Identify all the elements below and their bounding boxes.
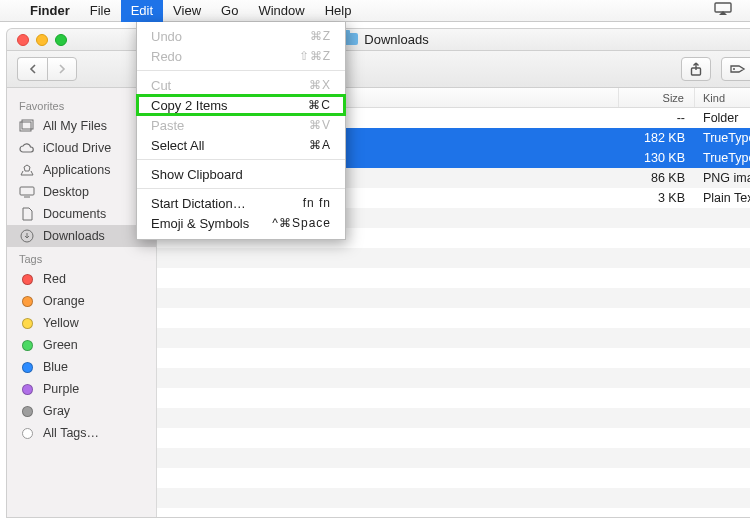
sidebar-tag-label: All Tags… xyxy=(43,426,99,440)
nav-back-button[interactable] xyxy=(17,57,47,81)
file-kind: PNG image xyxy=(695,171,750,185)
window-minimize-button[interactable] xyxy=(36,34,48,46)
sidebar-tag-label: Red xyxy=(43,272,66,286)
menu-item-shortcut: fn fn xyxy=(303,196,331,210)
menu-item-paste: Paste⌘V xyxy=(137,115,345,135)
file-kind: TrueType xyxy=(695,151,750,165)
menu-help[interactable]: Help xyxy=(315,0,362,22)
tag-color-icon xyxy=(22,340,33,351)
menu-file[interactable]: File xyxy=(80,0,121,22)
column-size[interactable]: Size xyxy=(619,88,695,107)
file-size: 182 KB xyxy=(619,131,695,145)
airplay-icon[interactable] xyxy=(704,2,742,19)
menu-item-label: Copy 2 Items xyxy=(151,98,228,113)
menu-item-redo: Redo⇧⌘Z xyxy=(137,46,345,66)
sidebar-item-label: iCloud Drive xyxy=(43,141,111,155)
apps-icon xyxy=(19,163,35,177)
tag-icon-wrap xyxy=(19,382,35,396)
menu-item-label: Start Dictation… xyxy=(151,196,246,211)
menu-item-start-dictation[interactable]: Start Dictation…fn fn xyxy=(137,193,345,213)
menu-item-undo: Undo⌘Z xyxy=(137,26,345,46)
tag-icon-wrap xyxy=(19,316,35,330)
sidebar-tag-orange[interactable]: Orange xyxy=(7,290,156,312)
desktop-icon xyxy=(19,185,35,199)
sidebar-item-applications[interactable]: Applications xyxy=(7,159,156,181)
sidebar-item-label: Desktop xyxy=(43,185,89,199)
menu-item-copy-2-items[interactable]: Copy 2 Items⌘C xyxy=(137,95,345,115)
tags-button[interactable] xyxy=(721,57,750,81)
sidebar-tag-purple[interactable]: Purple xyxy=(7,378,156,400)
sidebar-tag-green[interactable]: Green xyxy=(7,334,156,356)
sidebar: Favorites All My FilesiCloud DriveApplic… xyxy=(7,88,157,517)
toolbar xyxy=(6,50,750,88)
sidebar-item-icloud-drive[interactable]: iCloud Drive xyxy=(7,137,156,159)
svg-rect-0 xyxy=(715,3,731,12)
sidebar-tag-yellow[interactable]: Yellow xyxy=(7,312,156,334)
sidebar-tag-blue[interactable]: Blue xyxy=(7,356,156,378)
sidebar-item-desktop[interactable]: Desktop xyxy=(7,181,156,203)
menu-item-shortcut: ⌘X xyxy=(309,78,331,92)
sidebar-item-all-my-files[interactable]: All My Files xyxy=(7,115,156,137)
menu-item-label: Redo xyxy=(151,49,182,64)
titlebar: Downloads xyxy=(6,28,750,50)
file-size: 130 KB xyxy=(619,151,695,165)
menu-item-label: Select All xyxy=(151,138,204,153)
menubar-app-name[interactable]: Finder xyxy=(20,0,80,22)
menubar: Finder File Edit View Go Window Help xyxy=(0,0,750,22)
tag-color-icon xyxy=(22,318,33,329)
tag-color-icon xyxy=(22,362,33,373)
sidebar-tag-red[interactable]: Red xyxy=(7,268,156,290)
menu-view[interactable]: View xyxy=(163,0,211,22)
menu-separator xyxy=(137,70,345,71)
tag-color-icon xyxy=(22,296,33,307)
menu-item-show-clipboard[interactable]: Show Clipboard xyxy=(137,164,345,184)
menu-separator xyxy=(137,159,345,160)
sidebar-tag-label: Orange xyxy=(43,294,85,308)
share-button[interactable] xyxy=(681,57,711,81)
sidebar-tag-label: Yellow xyxy=(43,316,79,330)
window-zoom-button[interactable] xyxy=(55,34,67,46)
sidebar-tag-label: Purple xyxy=(43,382,79,396)
menu-item-emoji-symbols[interactable]: Emoji & Symbols^⌘Space xyxy=(137,213,345,233)
svg-point-2 xyxy=(733,68,735,70)
menu-item-select-all[interactable]: Select All⌘A xyxy=(137,135,345,155)
tag-color-icon xyxy=(22,406,33,417)
tag-icon-wrap xyxy=(19,426,35,440)
menu-go[interactable]: Go xyxy=(211,0,248,22)
downloads-icon xyxy=(19,229,35,243)
menu-window[interactable]: Window xyxy=(248,0,314,22)
menu-item-shortcut: ⌘C xyxy=(308,98,331,112)
tag-icon-wrap xyxy=(19,360,35,374)
menu-item-label: Cut xyxy=(151,78,171,93)
window-close-button[interactable] xyxy=(17,34,29,46)
sidebar-tag-label: Green xyxy=(43,338,78,352)
nav-forward-button[interactable] xyxy=(47,57,77,81)
documents-icon xyxy=(19,207,35,221)
file-size: -- xyxy=(619,111,695,125)
edit-menu-dropdown: Undo⌘ZRedo⇧⌘ZCut⌘XCopy 2 Items⌘CPaste⌘VS… xyxy=(136,22,346,240)
sidebar-tag-all-tags[interactable]: All Tags… xyxy=(7,422,156,444)
cloud-icon xyxy=(19,141,35,155)
column-kind[interactable]: Kind xyxy=(695,88,750,107)
menu-edit[interactable]: Edit xyxy=(121,0,163,22)
menu-item-shortcut: ^⌘Space xyxy=(272,216,331,230)
sidebar-item-label: Downloads xyxy=(43,229,105,243)
svg-rect-5 xyxy=(20,187,34,195)
tag-icon-wrap xyxy=(19,294,35,308)
menu-item-label: Undo xyxy=(151,29,182,44)
menu-item-label: Show Clipboard xyxy=(151,167,243,182)
sidebar-item-downloads[interactable]: Downloads xyxy=(7,225,156,247)
file-size: 86 KB xyxy=(619,171,695,185)
sidebar-header-favorites: Favorites xyxy=(7,94,156,115)
finder-window: Downloads Favorites All My FilesiCloud D… xyxy=(6,28,750,518)
file-kind: Folder xyxy=(695,111,750,125)
all-files-icon xyxy=(19,119,35,133)
sidebar-tag-gray[interactable]: Gray xyxy=(7,400,156,422)
menu-item-shortcut: ⇧⌘Z xyxy=(299,49,331,63)
sidebar-item-documents[interactable]: Documents xyxy=(7,203,156,225)
file-kind: TrueType xyxy=(695,131,750,145)
file-kind: Plain Text xyxy=(695,191,750,205)
window-title: Downloads xyxy=(364,32,428,47)
menu-separator xyxy=(137,188,345,189)
menu-item-shortcut: ⌘A xyxy=(309,138,331,152)
